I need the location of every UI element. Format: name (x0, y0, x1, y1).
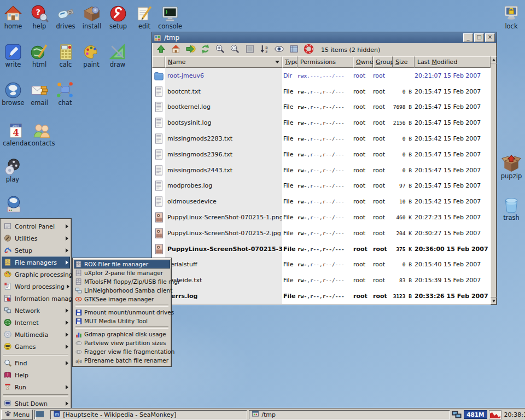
table-row[interactable]: PuppyLinux-ScreenShot-070215-3.pngFilerw… (152, 241, 491, 257)
menu-item-run[interactable]: Run (2, 381, 70, 393)
table-row[interactable]: missingmods2443.txtFilerw-,r--,r--/---ro… (152, 162, 491, 178)
file-group: root (373, 88, 393, 95)
column-header-name[interactable]: Name (165, 56, 282, 68)
window-titlebar[interactable]: /tmp _ □ × (152, 32, 497, 43)
taskbar-task-2[interactable]: /tmp (249, 410, 450, 419)
column-header-label: Permissions (300, 59, 336, 66)
table-row[interactable]: PuppyLinux-ScreenShot-070215-2.jpgFilerw… (152, 225, 491, 241)
menu-item-pmount-mount-unmount-drives[interactable]: Pmount mount/unmount drives (74, 308, 170, 317)
desktop-icon-draw[interactable]: draw (100, 43, 136, 68)
menu-item-shut-down[interactable]: Shut Down (2, 398, 70, 410)
window-toolbar: az 15 items (2 hidden) (152, 43, 497, 56)
play-icon (0, 158, 31, 176)
scroll-up-button[interactable] (491, 56, 497, 63)
table-row[interactable]: missingmods2283.txtFilerw-,r--,r--/---ro… (152, 131, 491, 147)
menu-item-multimedia[interactable]: Multimedia (2, 329, 70, 341)
desktop-icon-connect[interactable] (0, 196, 32, 214)
menu-item-file-managers[interactable]: File managers (2, 256, 70, 269)
vertical-scrollbar[interactable] (491, 56, 497, 305)
menu-item-utilities[interactable]: Utilities (2, 232, 70, 244)
menu-button[interactable]: Menu (1, 410, 33, 420)
menu-item-partview-view-partition-sizes[interactable]: Partview view partition sizes (74, 339, 170, 347)
table-row[interactable]: PuppyLinux-ScreenShot-070215-1.pngFilerw… (152, 209, 491, 225)
menu-item-pbrename-batch-file-renamer[interactable]: a|ePBrename batch file renamer (74, 356, 170, 365)
scroll-down-button[interactable] (491, 298, 497, 305)
menu-item-network[interactable]: Network (2, 305, 70, 317)
control-panel-icon (3, 222, 13, 231)
minimize-button[interactable]: _ (463, 33, 473, 42)
close-button[interactable]: × (485, 33, 495, 42)
menu-item-find[interactable]: Find (2, 357, 70, 369)
menu-item-help[interactable]: ?Help (2, 369, 70, 381)
file-group: root (373, 246, 393, 253)
desktop-icon-pupzip[interactable]: pupzip (493, 154, 525, 179)
file-type: Dir (282, 72, 298, 79)
column-header-owner[interactable]: Owner (353, 56, 373, 68)
table-row[interactable]: testeide.txtFilerw-,r--,r--/---rootroot8… (152, 272, 491, 288)
column-header-permissions[interactable]: Permissions (298, 56, 353, 68)
menu-item-mtoolsfm-floppy-zip-usb-file-mgr[interactable]: MToolsFM floppy/Zip/USB file mgr (74, 277, 170, 286)
home-button[interactable] (169, 44, 182, 56)
table-row[interactable]: bootkernel.logFilerw-,r--,r--/---rootroo… (152, 100, 491, 115)
file-owner: root (353, 293, 373, 300)
file-name: serialstuff (165, 257, 282, 273)
menu-item-setup[interactable]: Setup (2, 244, 70, 256)
icons-view-button[interactable] (243, 44, 256, 56)
menu-item-mut-media-utility-tool[interactable]: MUT Media Utility Tool (74, 317, 170, 325)
desktop-icon-console[interactable]: console (152, 4, 188, 30)
column-header-type[interactable]: Type (282, 56, 298, 68)
table-row[interactable]: bootsysinit.logFilerw-,r--,r--/---rootro… (152, 115, 491, 131)
file-type: File (282, 103, 298, 110)
file-owner: root (353, 72, 373, 79)
menu-item-rox-filer-file-manager[interactable]: ROX-Filer file manager (74, 260, 170, 269)
show-hidden-icon (274, 44, 284, 56)
file-group: root (373, 293, 393, 300)
refresh-button[interactable] (199, 44, 212, 56)
desktop-icon-play[interactable]: play (0, 158, 31, 183)
column-header-last-modified[interactable]: Last Modified (415, 56, 491, 68)
icons-view-icon (244, 44, 255, 56)
trash-icon (493, 196, 525, 214)
file-name: modprobes.log (165, 178, 282, 194)
svg-text:?: ? (7, 373, 9, 376)
table-row[interactable]: root-jmeuv6Dirrwx,---,---/---rootroot20:… (152, 68, 491, 84)
desktop-icon-trash[interactable]: trash (493, 196, 525, 221)
table-row[interactable]: oldmousedeviceFilerw-,r--,r--/---rootroo… (152, 194, 491, 209)
maximize-button[interactable]: □ (474, 33, 484, 42)
menu-item-uxplor-2-pane-file-manager[interactable]: uXplor 2-pane file manager (74, 269, 170, 277)
zoom-in-button[interactable] (213, 44, 226, 56)
menu-item-gdmap-graphical-disk-usage[interactable]: Gdmap graphical disk usage (74, 330, 170, 339)
desktop-icon-contacts[interactable]: contacts (24, 121, 60, 147)
menu-item-word-processing[interactable]: Word processing (2, 281, 70, 293)
menu-item-graphic-processing[interactable]: Graphic processing (2, 269, 70, 281)
menu-item-fragger-view-file-fragmentation[interactable]: Fragger view file fragmentation (74, 347, 170, 356)
table-row[interactable]: xerrs.logFilerw-,r--,r--/---rootroot3123… (152, 288, 491, 304)
desktop-pager[interactable] (34, 410, 36, 419)
table-row[interactable]: missingmods2396.txtFilerw-,r--,r--/---ro… (152, 147, 491, 162)
menu-item-linneighborhood-samba-client[interactable]: LinNeighborhood Samba client (74, 286, 170, 295)
menu-item-information-managers[interactable]: Information managers (2, 293, 70, 305)
taskbar-task-1[interactable]: m[Hauptseite - Wikipedia - SeaMonkey] (50, 410, 247, 419)
sort-button[interactable]: az (258, 44, 271, 56)
table-row[interactable]: bootcnt.txtFilerw-,r--,r--/---rootroot0 … (152, 84, 491, 100)
menu-item-internet[interactable]: Internet (2, 317, 70, 329)
help-button[interactable] (302, 44, 315, 56)
scrollbar-thumb[interactable] (491, 63, 497, 298)
table-row[interactable]: serialstuffFilerw-,r--,r--/---rootroot0 … (152, 257, 491, 273)
desktop-icon-lock[interactable]: lock (493, 4, 525, 30)
table-row[interactable]: modprobes.logFilerw-,r--,r--/---rootroot… (152, 178, 491, 194)
details-view-button[interactable] (287, 44, 300, 56)
back-button[interactable] (184, 44, 197, 56)
show-hidden-button[interactable] (272, 44, 285, 56)
column-header-group[interactable]: Group (373, 56, 393, 68)
menu-item-control-panel[interactable]: Control Panel (2, 220, 70, 232)
zoom-fit-button[interactable] (228, 44, 241, 56)
file-managers-submenu: ROX-Filer file manageruXplor 2-pane file… (72, 258, 172, 367)
network-tray-icon[interactable] (452, 411, 462, 419)
menu-item-games[interactable]: Games (2, 341, 70, 353)
menu-item-gtksee-image-manager[interactable]: GTKSee image manager (74, 295, 170, 304)
up-button[interactable] (154, 44, 167, 56)
column-header-size[interactable]: Size (393, 56, 415, 68)
desktop-icon-chat[interactable]: chat (47, 81, 83, 106)
column-header-blank[interactable] (152, 56, 165, 68)
